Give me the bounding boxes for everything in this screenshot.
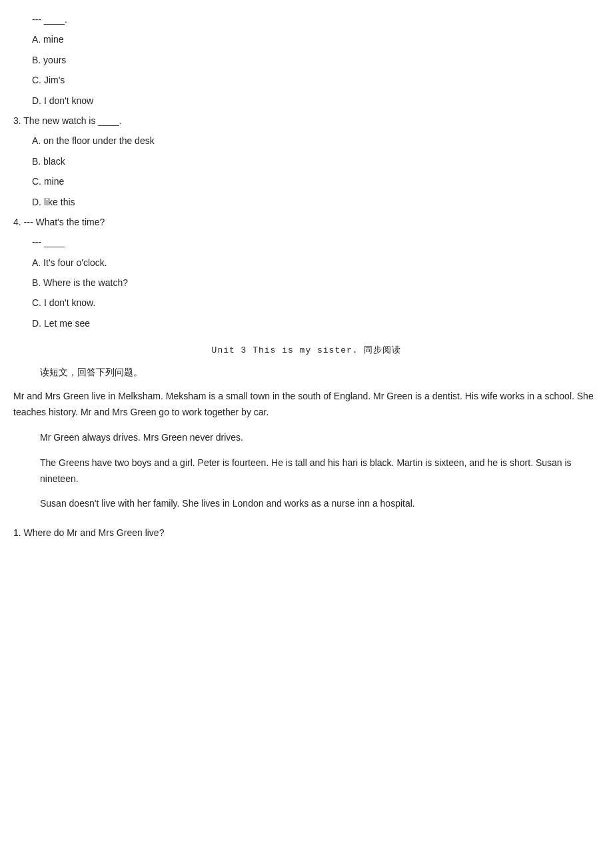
q2-suffix-text: --- ____.: [32, 12, 600, 27]
q3-option-d: D. like this: [32, 195, 600, 209]
q2-suffix-block: --- ____.: [13, 12, 600, 27]
q4-subtext: --- ____: [32, 235, 600, 249]
q2-option-c: C. Jim's: [32, 73, 600, 87]
q2-option-a: A. mine: [32, 32, 600, 47]
reading-q1-text: 1. Where do Mr and Mrs Green live?: [13, 525, 600, 540]
q4-option-d: D. Let me see: [32, 316, 600, 331]
q4-option-a: A. It's four o'clock.: [32, 255, 600, 270]
reading-para-3: The Greens have two boys and a girl. Pet…: [40, 455, 600, 487]
reading-para-2: Mr Green always drives. Mrs Green never …: [40, 430, 600, 446]
q2-option-b: B. yours: [32, 53, 600, 67]
q2-suffix-label: --- ____.: [32, 14, 67, 25]
q4-option-b: B. Where is the watch?: [32, 275, 600, 290]
reading-para-1: Mr and Mrs Green live in Melksham. Meksh…: [13, 389, 600, 421]
q2-options-block: A. mine B. yours C. Jim's D. I don't kno…: [13, 32, 600, 108]
q2-option-d: D. I don't know: [32, 93, 600, 108]
reading-instruction: 读短文，回答下列问题。: [40, 365, 600, 379]
q4-text: 4. --- What's the time?: [13, 215, 600, 229]
q3-block: 3. The new watch is ____. A. on the floo…: [13, 113, 600, 209]
q3-text: 3. The new watch is ____.: [13, 113, 600, 128]
q3-option-a: A. on the floor under the desk: [32, 133, 600, 148]
q3-option-b: B. black: [32, 154, 600, 169]
reading-para-4: Susan doesn't live with her family. She …: [40, 496, 600, 512]
q4-block: 4. --- What's the time? --- ____ A. It's…: [13, 215, 600, 331]
reading-q1-block: 1. Where do Mr and Mrs Green live?: [13, 525, 600, 540]
unit-divider: Unit 3 This is my sister. 同步阅读: [13, 344, 600, 358]
q4-option-c: C. I don't know.: [32, 295, 600, 310]
q3-option-c: C. mine: [32, 174, 600, 189]
